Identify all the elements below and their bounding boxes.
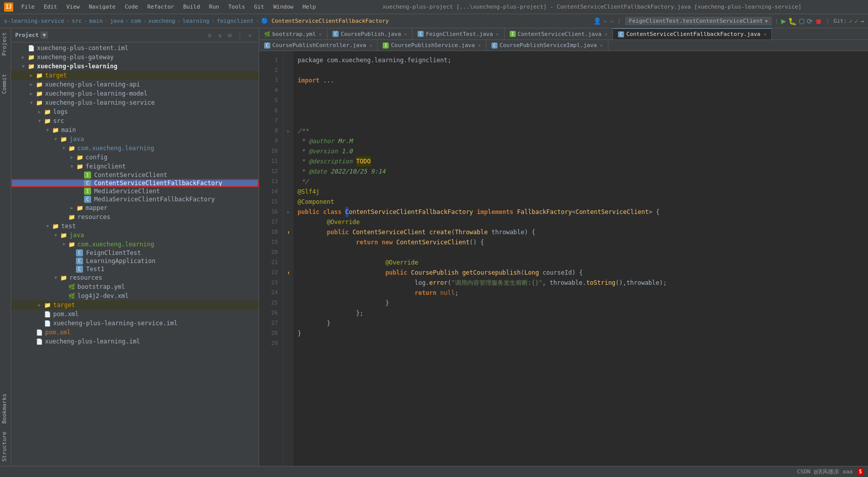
tab-close-btn[interactable]: ✕ [319, 31, 322, 37]
tree-item-test-java[interactable]: ▼ 📁 java [11, 231, 259, 240]
breadcrumb-main[interactable]: main [89, 18, 103, 24]
tab-close-btn[interactable]: ✕ [478, 42, 481, 48]
tab-course-publish-impl[interactable]: C CoursePublishServiceImpl.java ✕ [486, 40, 608, 51]
tree-item-feignclient[interactable]: ▼ 📁 feignclient [11, 162, 259, 171]
tree-item-test-com[interactable]: ▼ 📁 com.xuecheng.learning [11, 240, 259, 249]
tab-course-publish[interactable]: C CoursePublish.java ✕ [327, 28, 412, 39]
tree-item-log4j2[interactable]: 🌿 log4j2-dev.xml [11, 291, 259, 300]
tree-item-java[interactable]: ▼ 📁 java [11, 135, 259, 144]
breadcrumb-learning[interactable]: learning [183, 18, 210, 24]
menu-run[interactable]: Run [205, 3, 223, 11]
folder-icon: 📁 [52, 126, 60, 134]
gutter-23 [283, 278, 294, 288]
more-run-btn[interactable]: ⟳ [807, 17, 813, 25]
breadcrumb-feignclient[interactable]: feignclient [217, 18, 254, 24]
tree-item-content-service-client[interactable]: I ContentServiceClient [11, 171, 259, 179]
tree-label: java [69, 232, 84, 239]
tree-label: pom.xml [45, 329, 71, 336]
tab-feign-test[interactable]: C FeignClientTest.java ✕ [412, 28, 504, 39]
panel-settings-icon[interactable]: ⋮ [235, 31, 244, 40]
panel-dropdown[interactable]: ▼ [40, 31, 48, 39]
run-btn[interactable]: ▶ [781, 16, 787, 26]
tree-item-learning-api[interactable]: ▶ 📁 xuecheng-plus-learning-api [11, 80, 259, 89]
tree-item-pom2[interactable]: 📄 pom.xml [11, 328, 259, 337]
panel-expand-icon[interactable]: ⊞ [225, 31, 234, 40]
tab-close-btn[interactable]: ✕ [496, 31, 499, 37]
panel-close-icon[interactable]: ✕ [245, 31, 255, 40]
tree-item-media-service-client[interactable]: I MediaServiceClient [11, 187, 259, 195]
git-check2[interactable]: ✓ [855, 18, 858, 25]
commit-label[interactable]: Commit [0, 70, 11, 98]
tab-close-btn[interactable]: ✕ [404, 31, 407, 37]
run-config-selector[interactable]: FeignClientTest.testContentServiceClient… [625, 17, 772, 25]
tree-item-content-iml[interactable]: 📄 xuecheng-plus-content.iml [11, 44, 259, 53]
tree-item-main[interactable]: ▼ 📁 main [11, 125, 259, 135]
tree-item-mapper[interactable]: ▶ 📁 mapper [11, 203, 259, 212]
menu-navigate[interactable]: Navigate [85, 3, 120, 11]
debug-btn[interactable]: 🐛 [788, 17, 797, 25]
tree-item-media-fallback[interactable]: C MediaServiceClientFallbackFactory [11, 195, 259, 203]
menu-edit[interactable]: Edit [40, 3, 62, 11]
tree-item-learning-service[interactable]: ▼ 📁 xuecheng-plus-learning-service [11, 98, 259, 107]
breadcrumb-class[interactable]: 🔵 ContentServiceClientFallbackFactory [261, 18, 389, 24]
tree-item-test-resources[interactable]: ▼ 📁 resources [11, 273, 259, 282]
code-content[interactable]: package com.xuecheng.learning.feignclien… [294, 51, 868, 466]
tab-course-publish-svc[interactable]: I CoursePublishService.java ✕ [378, 40, 486, 51]
tab-bootstrap-yml[interactable]: 🌿 bootstrap.yml ✕ [259, 28, 327, 39]
project-label[interactable]: Project [0, 28, 11, 60]
tree-item-learning[interactable]: ▼ 📁 xuecheng-plus-learning [11, 62, 259, 71]
menu-window[interactable]: Window [269, 3, 298, 11]
git-arrow[interactable]: → [860, 18, 864, 25]
tree-item-src[interactable]: ▼ 📁 src [11, 116, 259, 125]
nav-back-btn[interactable]: ← [603, 17, 607, 25]
menu-refactor[interactable]: Refactor [143, 3, 178, 11]
menu-tools[interactable]: Tools [224, 3, 249, 11]
tree-item-logs[interactable]: ▶ 📁 logs [11, 107, 259, 116]
menu-code[interactable]: Code [120, 3, 142, 11]
tree-item-pom[interactable]: 📄 pom.xml [11, 310, 259, 319]
git-check1[interactable]: ✓ [849, 18, 852, 25]
tab-close-btn[interactable]: ✕ [604, 31, 607, 37]
tab-close-btn[interactable]: ✕ [763, 31, 766, 37]
breadcrumb-xuecheng[interactable]: xuecheng [148, 18, 175, 24]
tree-item-service-iml[interactable]: 📄 xuecheng-plus-learning-service.iml [11, 319, 259, 328]
tree-item-bootstrap-yml[interactable]: 🌿 bootstrap.yml [11, 282, 259, 291]
tab-close-btn[interactable]: ✕ [600, 42, 603, 48]
panel-gear-icon[interactable]: ⚙ [205, 31, 214, 40]
tree-item-com-pkg[interactable]: ▼ 📁 com.xuecheng.learning [11, 144, 259, 153]
menu-build[interactable]: Build [179, 3, 204, 11]
structure-label[interactable]: Structure [0, 427, 11, 466]
folder-src-icon: 📁 [60, 135, 68, 143]
tree-item-feign-test[interactable]: C FeignClientTest [11, 249, 259, 257]
breadcrumb-service[interactable]: s-learning-service [4, 18, 64, 24]
tree-item-learning-iml[interactable]: 📄 xuecheng-plus-learning.iml [11, 337, 259, 346]
panel-sort-icon[interactable]: ⇅ [215, 31, 224, 40]
tree-item-target[interactable]: ▶ 📁 target [11, 71, 259, 80]
nav-forward-btn[interactable]: → [609, 17, 613, 25]
tree-item-target2[interactable]: ▶ 📁 target [11, 300, 259, 310]
menu-view[interactable]: View [62, 3, 84, 11]
tree-item-gateway[interactable]: ▶ 📁 xuecheng-plus-gateway [11, 53, 259, 62]
tab-fallback-factory[interactable]: C ContentServiceClientFallbackFactory.ja… [613, 28, 772, 39]
tab-close-btn[interactable]: ✕ [369, 42, 372, 48]
breadcrumb-java[interactable]: java [110, 18, 123, 24]
tree-item-learning-model[interactable]: ▶ 📁 xuecheng-plus-learning-model [11, 89, 259, 98]
menu-help[interactable]: Help [299, 3, 320, 11]
tree-item-test[interactable]: ▼ 📁 test [11, 222, 259, 231]
tree-item-resources[interactable]: 📁 resources [11, 212, 259, 222]
code-editor[interactable]: 1 2 3 4 5 6 7 8 9 10 11 12 13 14 15 16 1… [259, 51, 868, 466]
menu-file[interactable]: File [17, 3, 39, 11]
menu-git[interactable]: Git [250, 3, 268, 11]
bookmarks-label[interactable]: Bookmarks [0, 389, 11, 428]
tree-item-config[interactable]: ▶ 📁 config [11, 153, 259, 162]
breadcrumb-src[interactable]: src [72, 18, 82, 24]
tree-item-test1[interactable]: C Test1 [11, 265, 259, 273]
tree-item-fallback-factory[interactable]: C ContentServiceClientFallbackFactory [11, 179, 259, 187]
nav-action-btn[interactable]: 👤 [593, 17, 601, 25]
coverage-btn[interactable]: ⬡ [799, 17, 805, 25]
breadcrumb-com[interactable]: com [131, 18, 141, 24]
tree-item-learning-app[interactable]: C LearningApplication [11, 257, 259, 265]
tab-content-service-client[interactable]: I ContentServiceClient.java ✕ [505, 28, 613, 39]
tab-course-publish-ctrl[interactable]: C CoursePublishController.java ✕ [259, 40, 378, 51]
stop-btn[interactable]: ⏹ [815, 17, 822, 25]
